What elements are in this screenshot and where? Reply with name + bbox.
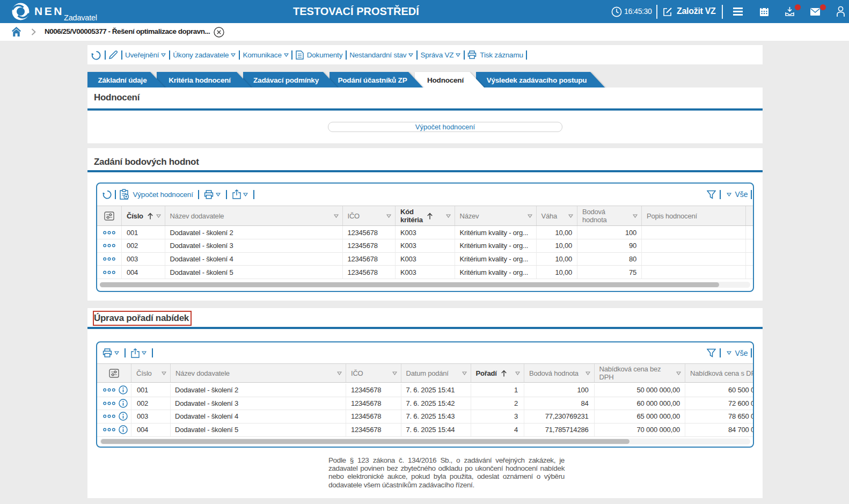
- svg-text:Kritéria hodnocení: Kritéria hodnocení: [169, 76, 231, 84]
- svg-text:Zadávací podmínky: Zadávací podmínky: [253, 76, 319, 84]
- svg-text:Výsledek zadávacího postupu: Výsledek zadávacího postupu: [487, 76, 587, 84]
- svg-text:Podání účastníků ZP: Podání účastníků ZP: [338, 76, 407, 84]
- svg-text:Základní údaje: Základní údaje: [98, 76, 148, 84]
- svg-text:Hodnocení: Hodnocení: [427, 76, 464, 84]
